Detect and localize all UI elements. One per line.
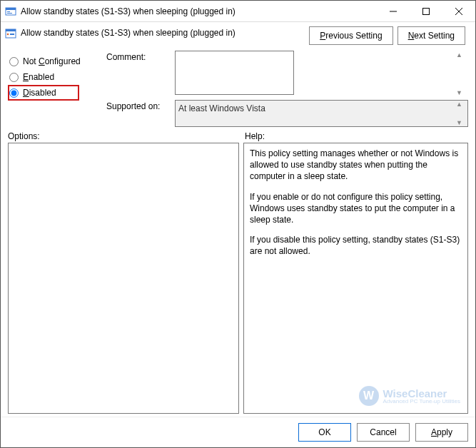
watermark-brand: WiseCleaner [383,388,461,399]
watermark-logo-icon: W [359,386,379,406]
help-text: This policy setting manages whether or n… [250,148,462,258]
titlebar: Allow standby states (S1-S3) when sleepi… [1,1,475,22]
scroll-arrows-icon: ▲▼ [456,101,467,126]
radio-disabled-input[interactable] [9,88,19,98]
svg-rect-9 [6,29,16,31]
state-radio-group: Not Configured Enabled Disabled [8,51,101,127]
watermark-tagline: Advanced PC Tune-up Utilities [383,399,461,404]
close-button[interactable] [442,1,475,22]
radio-label: Disabled [23,88,56,98]
supported-on-label: Supported on: [106,100,169,111]
svg-rect-1 [6,8,16,10]
setting-title: Allow standby states (S1-S3) when sleepi… [21,26,309,38]
policy-icon [5,28,16,39]
svg-rect-2 [7,11,10,12]
svg-rect-5 [423,8,430,14]
help-paragraph: If you disable this policy setting, stan… [250,234,462,257]
cancel-button[interactable]: Cancel [357,423,410,442]
minimize-button[interactable] [377,1,410,22]
watermark: W WiseCleaner Advanced PC Tune-up Utilit… [359,386,461,406]
comment-textarea[interactable] [175,51,294,95]
window-title: Allow standby states (S1-S3) when sleepi… [21,6,377,16]
radio-not-configured[interactable]: Not Configured [8,54,101,69]
options-panel [8,143,239,414]
radio-enabled[interactable]: Enabled [8,69,101,85]
previous-setting-button[interactable]: Previous Setting [309,26,393,45]
radio-disabled[interactable]: Disabled [8,85,79,101]
help-paragraph: If you enable or do not configure this p… [250,191,462,226]
svg-point-10 [7,34,9,36]
config-area: Not Configured Enabled Disabled Comment:… [1,48,475,127]
radio-label: Enabled [23,72,54,82]
svg-rect-11 [10,34,14,35]
apply-button[interactable]: Apply [415,423,468,442]
panels-header: Options: Help: [1,127,475,143]
scroll-arrows-icon: ▲▼ [456,51,467,96]
radio-label: Not Configured [23,56,81,66]
next-setting-button[interactable]: Next Setting [397,26,465,45]
radio-not-configured-input[interactable] [9,57,19,66]
setting-header: Allow standby states (S1-S3) when sleepi… [1,22,475,48]
options-label: Options: [8,131,239,141]
panels: This policy setting manages whether or n… [1,143,475,417]
radio-enabled-input[interactable] [9,73,19,82]
help-paragraph: This policy setting manages whether or n… [250,148,462,183]
help-label: Help: [245,131,265,141]
help-panel: This policy setting manages whether or n… [243,143,468,414]
maximize-button[interactable] [410,1,442,22]
ok-button[interactable]: OK [298,423,351,442]
dialog-button-bar: OK Cancel Apply [1,417,475,447]
svg-rect-3 [7,13,12,14]
app-icon [5,6,16,17]
supported-on-value: At least Windows Vista [175,100,468,127]
comment-label: Comment: [106,51,169,62]
